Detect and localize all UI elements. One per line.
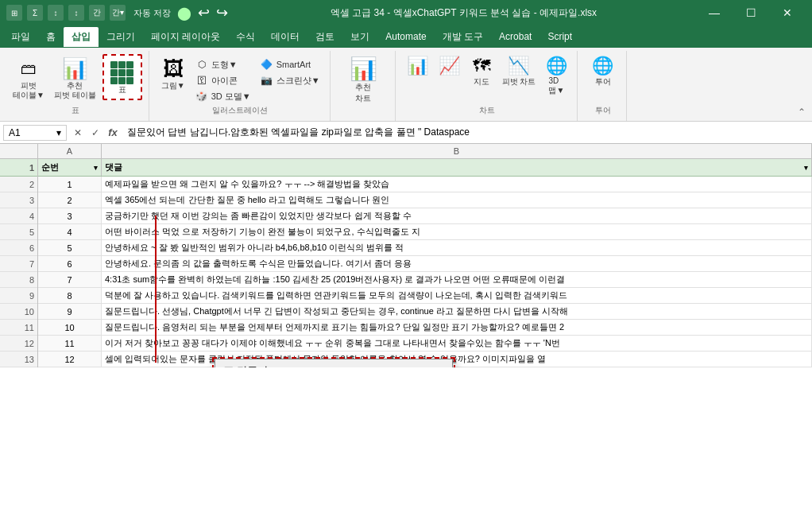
cell-9a[interactable]: 8: [38, 288, 102, 303]
menu-devtools[interactable]: 개발 도구: [435, 27, 491, 47]
cell-3a[interactable]: 2: [38, 192, 102, 208]
menu-review[interactable]: 검토: [307, 27, 342, 47]
row-num-6: 6: [0, 240, 37, 256]
bar-chart-btn[interactable]: 📊: [404, 54, 432, 78]
screenshot-icon: 📷: [261, 74, 273, 87]
cell-10a[interactable]: 9: [38, 304, 102, 319]
filter-arrow-1b[interactable]: ▾: [804, 164, 808, 172]
recommend-chart-btn[interactable]: 📊 추천차트: [346, 54, 381, 106]
cell-13a[interactable]: 12: [38, 352, 102, 367]
confirm-formula-btn[interactable]: ✓: [87, 125, 103, 141]
menu-automate[interactable]: Automate: [377, 28, 434, 45]
map-btn[interactable]: 🗺 지도: [467, 54, 496, 89]
menu-insert[interactable]: 삽입: [64, 27, 99, 47]
fx-btn[interactable]: fx: [105, 125, 121, 141]
picture-label: 그림▼: [161, 81, 185, 91]
recommend-pivot-btn[interactable]: 📊 추천피벗 테이블: [51, 54, 99, 102]
cell-3b[interactable]: 엑셀 365에선 되는데 간단한 질문 중 hello 라고 입력해도 그렇습니…: [102, 192, 812, 208]
row-num-11: 11: [0, 320, 37, 336]
menu-script[interactable]: Script: [539, 28, 580, 45]
cell-13b[interactable]: 셀에 입력되어있는 문자를 클릭시 지정된 폴더에서 문자와 동일한 이름을 찾…: [102, 352, 812, 367]
name-box[interactable]: A1 ▾: [3, 125, 67, 141]
col-header-b[interactable]: B: [102, 144, 812, 158]
menu-acrobat[interactable]: Acrobat: [491, 28, 539, 45]
cell-5b[interactable]: 어떤 바이러스 먹었 으로 저장하기 기능이 완전 불능이 되었구요, 수식입력…: [102, 224, 812, 239]
cancel-formula-btn[interactable]: ✕: [70, 125, 86, 141]
dialog-help-btn[interactable]: ?: [423, 366, 428, 368]
autosave-toggle[interactable]: ⬤: [177, 6, 191, 21]
smartart-btn[interactable]: 🔷 SmartArt: [257, 57, 323, 72]
cell-10b[interactable]: 질문드립니다. 선생님, Chatgpt에서 너무 긴 답변이 작성되고 중단되…: [102, 304, 812, 319]
ribbon-expand-btn[interactable]: ⌃: [795, 103, 809, 121]
smartart-label: SmartArt: [276, 60, 311, 69]
cell-11a[interactable]: 10: [38, 320, 102, 335]
screenshot-btn[interactable]: 📷 스크린샷▼: [257, 73, 323, 87]
menu-view[interactable]: 보기: [342, 27, 377, 47]
pivot-table-btn[interactable]: 🗃 피벗테이블▼: [10, 54, 48, 102]
row-num-8: 8: [0, 272, 37, 288]
cell-1a[interactable]: 순번 ▾: [38, 159, 102, 176]
col-header-a[interactable]: A: [38, 144, 102, 158]
3dmodel-btn[interactable]: 🎲 3D 모델▼: [192, 89, 254, 103]
spacing-icon[interactable]: 간: [89, 5, 105, 21]
cell-12b[interactable]: 이거 저거 찾아보고 꽁꽁 대다가 이제야 이해했네요 ㅜㅜ 순위 중복을 그대…: [102, 336, 812, 351]
red-connector-line: [155, 216, 157, 363]
cell-7a[interactable]: 6: [38, 256, 102, 271]
cell-6b[interactable]: 안녕하세요 ~ 잘 봤 일반적인 범위가 아니라 b4,b6,b8,b10 이런…: [102, 240, 812, 255]
cell-8b[interactable]: 4:31초 sum함수를 완벽히 하였는데 김하늘 :150 김세찬 25 (2…: [102, 272, 812, 287]
line-chart-btn[interactable]: 📈: [435, 54, 464, 78]
picture-btn[interactable]: 🖼 그림▼: [157, 54, 189, 92]
tour-icon: 🌐: [592, 56, 613, 76]
formula-input[interactable]: 질문있어 답변 남깁니다.암호화된 엑셀파일을 zip파일로 압축을 풀면 " …: [124, 124, 809, 141]
cell-5a[interactable]: 4: [38, 224, 102, 239]
cell-12a[interactable]: 11: [38, 336, 102, 351]
dialog-close-btn[interactable]: ×: [438, 365, 444, 367]
cell-4a[interactable]: 3: [38, 208, 102, 223]
menu-home[interactable]: 홈: [38, 27, 64, 47]
minimize-btn[interactable]: —: [696, 0, 733, 25]
cell-9b[interactable]: 덕분에 잘 사용하고 있습니다. 검색키워드를 입력하면 연관키워드들 모두의 …: [102, 288, 812, 303]
redo-btn[interactable]: ↪: [216, 4, 228, 21]
menu-file[interactable]: 파일: [3, 27, 38, 47]
cell-8a[interactable]: 7: [38, 272, 102, 287]
chart-content: 📊 📈 🗺 지도 📉 피벗 차트 🌐 3D맵▼: [404, 51, 571, 105]
3dmap-btn[interactable]: 🌐 3D맵▼: [542, 54, 570, 98]
sort-icon[interactable]: ↕: [48, 5, 64, 21]
pivot-chart-btn[interactable]: 📉 피벗 차트: [499, 54, 539, 89]
cell-7b[interactable]: 안녕하세요. 문의좀 의 값을 출력하도록 수식은 만들었습니다. 여기서 좀더…: [102, 256, 812, 271]
cell-4b[interactable]: 궁금하기만 했던 재 이번 강의는 좀 빠른감이 있었지만 생각보다 쉽게 적용…: [102, 208, 812, 223]
col-headers-row: A B: [0, 144, 812, 159]
menu-pagelayout[interactable]: 페이지 레이아웃: [143, 27, 228, 47]
menu-data[interactable]: 데이터: [263, 27, 307, 47]
tour-btn[interactable]: 🌐 투어: [587, 54, 619, 89]
shapes-btn[interactable]: ⬡ 도형▼: [192, 57, 254, 72]
picture-icon: 🖼: [160, 56, 186, 81]
maximize-btn[interactable]: ☐: [733, 0, 769, 25]
tour-content: 🌐 투어: [587, 51, 619, 105]
cell-2a[interactable]: 1: [38, 177, 102, 192]
sort2-icon[interactable]: ↕: [68, 5, 84, 21]
undo-btn[interactable]: ↩: [198, 4, 210, 21]
menu-draw[interactable]: 그리기: [99, 27, 143, 47]
filter-arrow-1a[interactable]: ▾: [94, 164, 98, 172]
spacing2-icon[interactable]: 간▾: [110, 5, 126, 21]
pivot-table-label: 피벗테이블▼: [13, 81, 44, 100]
close-btn[interactable]: ✕: [769, 0, 806, 25]
icons-btn[interactable]: ⚿ 아이콘: [192, 73, 254, 87]
table-btn-label: 표: [118, 85, 126, 95]
create-table-dialog[interactable]: 표 만들기 ? × 표에 사용할 데이터를 지정하십시오(W). ⬆ ✓ 머리글…: [215, 359, 453, 367]
cell-11b[interactable]: 질문드립니다. 음영처리 되는 부분을 언제부터 언제까지로 표기는 힘들까요?…: [102, 320, 812, 335]
cell-1b[interactable]: 댓글 ▾: [102, 159, 812, 176]
title-bar: ⊞ Σ ↕ ↕ 간 간▾ 자동 저장 ⬤ ↩ ↪ 엑셀 고급 34 - 엑셀xC…: [0, 0, 812, 25]
cell-6a[interactable]: 5: [38, 240, 102, 255]
sheet-body: 1 2 3 4 5 6 7 8 9 10 11 12 13 순번 ▾ 댓글: [0, 159, 812, 367]
table-icon: [110, 60, 135, 85]
table-btn[interactable]: 표: [106, 58, 138, 96]
illust-small-group: ⬡ 도형▼ ⚿ 아이콘 🎲 3D 모델▼: [192, 57, 254, 103]
sum-icon[interactable]: Σ: [27, 5, 43, 21]
cell-2b[interactable]: 예제파일을 받으면 왜 그런지 알 수 있을까요? ㅜㅜ --> 해결방법을 찾…: [102, 177, 812, 192]
3dmodel-label: 3D 모델▼: [211, 91, 251, 103]
recommend-pivot-icon: 📊: [62, 56, 87, 81]
row-num-5: 5: [0, 224, 37, 240]
menu-formula[interactable]: 수식: [228, 27, 263, 47]
